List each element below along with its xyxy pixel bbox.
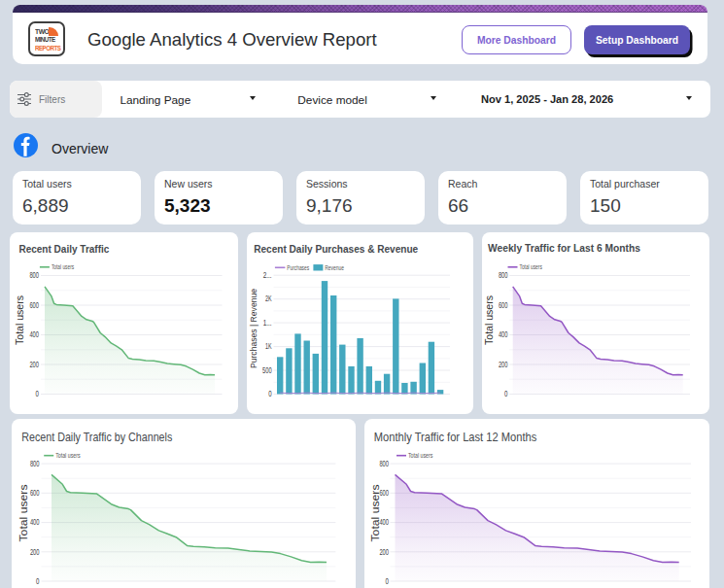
- svg-text:Revenue: Revenue: [325, 263, 344, 270]
- svg-text:800: 800: [29, 270, 39, 280]
- svg-text:200: 200: [499, 359, 508, 368]
- svg-text:600: 600: [30, 488, 40, 498]
- svg-text:800: 800: [30, 458, 40, 467]
- svg-text:Total users: Total users: [520, 263, 543, 270]
- svg-text:0: 0: [36, 575, 40, 585]
- svg-text:Total users: Total users: [52, 263, 75, 270]
- svg-text:500: 500: [262, 364, 272, 374]
- svg-text:400: 400: [29, 329, 39, 339]
- svg-text:1K: 1K: [265, 341, 272, 351]
- svg-text:200: 200: [29, 359, 39, 368]
- svg-text:2...: 2...: [263, 270, 272, 280]
- svg-text:Purchases | Revenue: Purchases | Revenue: [248, 288, 259, 367]
- svg-text:800: 800: [499, 270, 508, 280]
- svg-text:Recent Daily Traffic by Channe: Recent Daily Traffic by Channels: [21, 431, 172, 444]
- svg-text:Total users: Total users: [17, 483, 29, 541]
- svg-text:200: 200: [380, 546, 390, 556]
- svg-text:400: 400: [499, 329, 508, 339]
- svg-text:0: 0: [504, 389, 508, 398]
- svg-text:0: 0: [268, 389, 272, 398]
- svg-text:Purchases: Purchases: [287, 263, 309, 270]
- svg-text:600: 600: [29, 299, 39, 309]
- svg-text:2K: 2K: [265, 294, 272, 303]
- svg-text:600: 600: [499, 299, 508, 309]
- svg-text:Total users: Total users: [370, 483, 382, 541]
- svg-text:Monthly Traffic for Last 12 Mo: Monthly Traffic for Last 12 Months: [374, 431, 536, 444]
- svg-text:800: 800: [380, 458, 390, 467]
- svg-text:Total users: Total users: [408, 452, 433, 459]
- svg-text:200: 200: [30, 546, 40, 556]
- svg-text:1...: 1...: [263, 317, 272, 327]
- svg-text:0: 0: [386, 575, 390, 585]
- svg-text:Total users: Total users: [15, 295, 25, 345]
- svg-text:Recent Daily Purchases & Reven: Recent Daily Purchases & Revenue: [254, 242, 418, 254]
- svg-text:0: 0: [36, 389, 40, 398]
- svg-text:Recent Daily Traffic: Recent Daily Traffic: [18, 242, 109, 254]
- svg-text:400: 400: [30, 517, 40, 527]
- svg-text:Weekly Traffic for Last 6 Mont: Weekly Traffic for Last 6 Months: [488, 242, 640, 254]
- svg-text:Total users: Total users: [484, 295, 495, 345]
- svg-text:Total users: Total users: [55, 452, 81, 459]
